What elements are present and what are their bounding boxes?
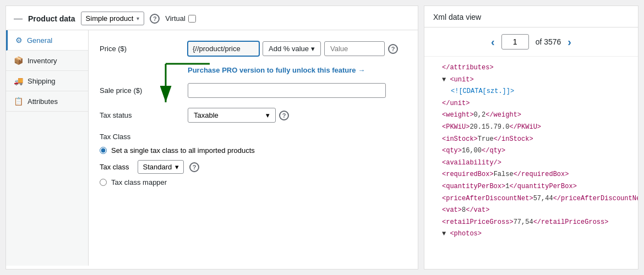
price-xpath-input[interactable] [188,41,259,56]
shipping-icon: 🚚 [14,76,23,85]
price-field: Add % value ▾ ? [188,41,407,56]
price-label: Price ($) [100,41,188,53]
inventory-icon: 📦 [14,56,23,65]
virtual-label: Virtual [165,14,196,23]
xml-pagination: ‹ of 3576 › [424,28,638,57]
value-input[interactable] [324,41,385,56]
xml-line: <![CDATA[szt.]]> [433,86,629,98]
add-percent-chevron: ▾ [311,45,315,53]
tab-attributes[interactable]: 📋 Attributes [6,91,88,112]
tab-shipping-label: Shipping [28,77,56,85]
prev-page-button[interactable]: ‹ [491,36,495,48]
xml-line: <requiredBox>False</requiredBox> [433,169,629,181]
tax-class-label: Tax class [100,163,129,171]
collapse-icon[interactable]: — [14,14,23,24]
tax-class-radio2[interactable] [100,179,107,186]
product-type-select[interactable]: Simple product ▾ [81,12,145,25]
product-type-label: Simple product [86,14,134,23]
tax-class-mapper-row: Tax class mapper [100,178,407,186]
tax-class-option2-label: Tax class mapper [111,178,167,186]
product-data-header: — Product data Simple product ▾ ? Virtua… [6,6,418,30]
xml-line: <vat>8</vat> [433,205,629,217]
help-icon[interactable]: ? [150,14,160,24]
product-data-panel: — Product data Simple product ▾ ? Virtua… [6,6,418,270]
tax-class-row: Tax class Standard ▾ ? [100,160,407,174]
sale-price-row: Sale price ($) [100,83,407,98]
price-row: Price ($) Add % value ▾ ? [100,41,407,56]
tab-attributes-label: Attributes [28,97,58,106]
tax-status-field: Taxable ▾ ? [188,108,407,123]
price-help-icon[interactable]: ? [388,44,398,54]
xml-line: <retailPriceGross>77,54</retailPriceGros… [433,217,629,229]
tab-shipping[interactable]: 🚚 Shipping [6,71,88,91]
tabs-sidebar: ⚙ General 📦 Inventory 🚚 Shipping 📋 Attri… [6,30,89,266]
product-data-title: Product data [28,14,75,23]
tax-class-radio1[interactable] [100,147,107,154]
pro-notice[interactable]: Purchase PRO version to fully unlock thi… [188,66,407,74]
tax-class-chevron: ▾ [175,163,179,171]
pro-notice-container: Purchase PRO version to fully unlock thi… [100,66,407,74]
add-percent-label: Add % value [269,45,309,53]
tax-status-label: Tax status [100,108,188,119]
tax-status-chevron: ▾ [266,111,270,119]
tab-general-label: General [27,36,52,45]
tax-class-option1-label: Set a single tax class to all imported p… [111,146,255,155]
tax-class-select[interactable]: Standard ▾ [138,160,184,174]
sale-price-label: Sale price ($) [100,83,188,95]
xml-line: <availability/> [433,157,629,169]
tax-class-option1-row: Set a single tax class to all imported p… [100,146,407,155]
xml-line: <inStock>True</inStock> [433,134,629,146]
xml-line: ▼ <photos> [433,228,629,240]
virtual-checkbox[interactable] [188,15,196,23]
tax-status-select[interactable]: Taxable ▾ [188,108,276,123]
sale-price-input[interactable] [188,83,386,98]
xml-line: <priceAfterDiscountNet>57,44</priceAfter… [433,193,629,205]
tax-status-value: Taxable [194,111,219,119]
xml-line: ▼ <unit> [433,74,629,86]
tab-inventory[interactable]: 📦 Inventory [6,51,88,71]
content-area: Price ($) Add % value ▾ ? Purchase PRO v… [89,30,418,266]
xml-data-panel: Xml data view ‹ of 3576 › </attributes> … [424,6,638,270]
add-percent-button[interactable]: Add % value ▾ [263,41,321,56]
tax-class-value: Standard [143,163,172,171]
tax-class-section: Tax Class Set a single tax class to all … [100,133,407,186]
sale-price-field [188,83,407,98]
tax-status-row: Tax status Taxable ▾ ? [100,108,407,123]
general-icon: ⚙ [15,36,23,45]
xml-line: </unit> [433,98,629,110]
tax-class-help-icon[interactable]: ? [189,162,199,172]
tab-general[interactable]: ⚙ General [6,30,88,51]
attributes-icon: 📋 [14,97,23,106]
xml-line: <quantityPerBox>1</quantityPerBox> [433,181,629,193]
xml-line: <weight>0,2</weight> [433,109,629,122]
tax-class-title: Tax Class [100,133,407,141]
page-total: of 3576 [536,37,561,46]
chevron-down-icon: ▾ [137,15,139,21]
tax-status-help-icon[interactable]: ? [279,111,289,120]
page-number-input[interactable] [501,34,529,50]
next-page-button[interactable]: › [567,36,571,48]
xml-data-title: Xml data view [424,6,638,28]
xml-line: <qty>16,00</qty> [433,145,629,157]
xml-content: </attributes> ▼ <unit> <![CDATA[szt.]]> … [424,57,638,269]
xml-line: </attributes> [433,62,629,74]
tab-inventory-label: Inventory [28,57,57,65]
tabs-and-content: ⚙ General 📦 Inventory 🚚 Shipping 📋 Attri… [6,30,418,266]
xml-line: <PKWiU>20.15.79.0</PKWiU> [433,122,629,134]
